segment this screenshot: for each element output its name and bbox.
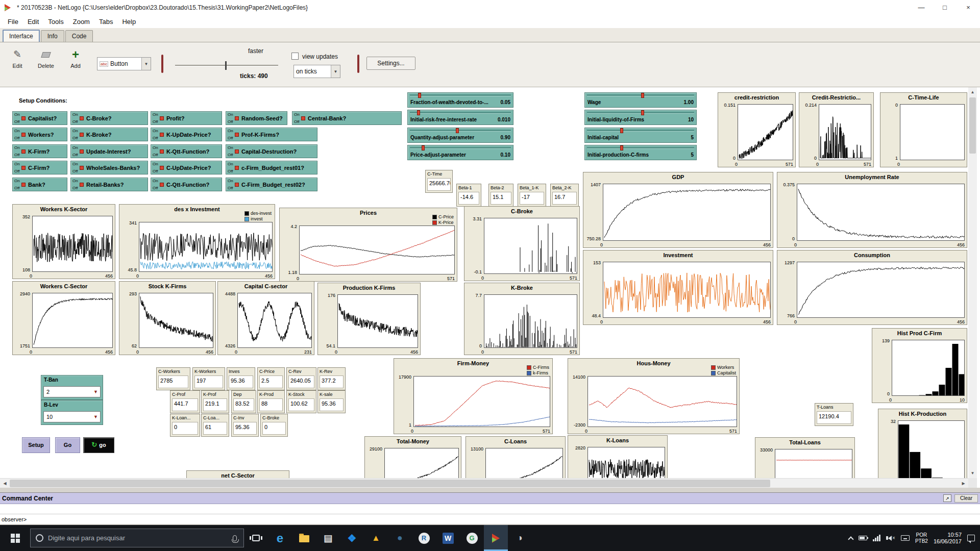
taskbar-paint-button[interactable]: ◑ xyxy=(508,525,532,551)
switch-handle[interactable] xyxy=(235,116,239,120)
switch-capital-destruction[interactable]: OnOffCapital-Destruction? xyxy=(226,144,317,158)
switch-profit[interactable]: OnOffProfit? xyxy=(151,111,222,125)
start-button[interactable] xyxy=(0,525,30,551)
switch-random-seed[interactable]: OnOffRandom-Seed? xyxy=(226,111,287,125)
switch-handle[interactable] xyxy=(21,183,26,187)
taskbar-app-blue-button[interactable]: ● xyxy=(388,525,412,551)
switch-handle[interactable] xyxy=(80,166,84,170)
slider-initial-capital[interactable]: Initial-capital5 xyxy=(584,128,697,143)
switch-k-broke[interactable]: OnOffK-Broke? xyxy=(70,128,148,141)
horizontal-scrollbar[interactable]: ◀ ▶ xyxy=(0,478,968,488)
scroll-left-icon[interactable]: ◀ xyxy=(0,479,10,488)
language-indicator[interactable]: POR PTB2 xyxy=(915,532,928,544)
slider-price-adjust-parameter[interactable]: Price-adjust-parameter0.10 xyxy=(407,145,513,160)
speed-slider[interactable] xyxy=(175,65,278,66)
scroll-up-icon[interactable]: ▲ xyxy=(968,87,977,97)
slider-track[interactable] xyxy=(410,130,511,132)
switch-handle[interactable] xyxy=(160,116,164,120)
menu-tools[interactable]: Tools xyxy=(43,18,68,26)
update-mode-dropdown[interactable]: on ticks ▼ xyxy=(293,65,340,78)
slider-initial-risk-free-interest-rate[interactable]: Initial-risk-free-interest-rate0.010 xyxy=(407,110,513,125)
switch-c-firm-budget-rest01[interactable]: OnOffc-Firm_Budget_rest01? xyxy=(226,161,317,174)
view-updates-checkbox[interactable] xyxy=(291,53,299,60)
chevron-down-icon[interactable]: ▼ xyxy=(141,58,151,70)
switch-capitalist[interactable]: OnOffCapitalist? xyxy=(12,111,67,125)
menu-zoom[interactable]: Zoom xyxy=(68,18,94,26)
menu-tabs[interactable]: Tabs xyxy=(94,18,117,26)
touch-keyboard-icon[interactable] xyxy=(901,535,910,541)
switch-handle[interactable] xyxy=(80,183,84,187)
slider-handle[interactable] xyxy=(456,128,459,133)
command-input[interactable] xyxy=(29,515,980,523)
switch-handle[interactable] xyxy=(80,149,84,154)
settings-button[interactable]: Settings... xyxy=(366,57,415,70)
switch-wholesales-banks[interactable]: OnOffWholeSales-Banks? xyxy=(70,161,148,174)
tab-info[interactable]: Info xyxy=(41,30,64,42)
switch-update-interest[interactable]: OnOffUpdate-Interest? xyxy=(70,144,148,158)
scroll-down-icon[interactable]: ▼ xyxy=(968,468,977,478)
close-button[interactable]: × xyxy=(957,0,980,15)
switch-handle[interactable] xyxy=(80,133,84,137)
switch-k-qtt-function[interactable]: OnOffK-Qtt-Function? xyxy=(151,144,222,158)
taskbar-dropbox-button[interactable]: ❖ xyxy=(340,525,364,551)
taskbar-netlogo-button[interactable] xyxy=(484,525,508,551)
clear-button[interactable]: Clear xyxy=(954,494,978,503)
slider-handle[interactable] xyxy=(422,145,425,151)
taskbar-r-app-button[interactable]: R xyxy=(412,525,436,551)
menu-edit[interactable]: Edit xyxy=(23,18,43,26)
switch-handle[interactable] xyxy=(235,183,239,187)
slider-handle[interactable] xyxy=(641,93,644,98)
switch-handle[interactable] xyxy=(160,149,164,154)
switch-handle[interactable] xyxy=(80,116,84,120)
minimize-button[interactable]: — xyxy=(910,0,933,15)
slider-handle[interactable] xyxy=(620,128,623,133)
widget-type-dropdown[interactable]: abc Button ▼ xyxy=(97,57,151,70)
go-button[interactable]: Go xyxy=(55,437,80,453)
switch-handle[interactable] xyxy=(160,183,164,187)
add-button[interactable]: + Add xyxy=(63,47,88,69)
microphone-icon[interactable] xyxy=(233,535,237,541)
switch-handle[interactable] xyxy=(21,166,26,170)
chooser-box[interactable]: 10▼ xyxy=(43,411,101,422)
volume-muted-icon[interactable]: × xyxy=(886,535,895,541)
slider-wage[interactable]: Wage1.00 xyxy=(584,92,697,108)
tab-code[interactable]: Code xyxy=(65,30,93,42)
taskbar-task-view-button[interactable] xyxy=(244,525,268,551)
taskbar-g-app-button[interactable]: G xyxy=(460,525,484,551)
tray-chevron-icon[interactable] xyxy=(848,536,853,542)
switch-handle[interactable] xyxy=(235,133,239,137)
switch-c-broke[interactable]: OnOffC-Broke? xyxy=(70,111,148,125)
speed-slider-handle[interactable] xyxy=(225,61,227,70)
switch-k-update-price[interactable]: OnOffK-UpDate-Price? xyxy=(151,128,222,141)
taskbar-word-button[interactable]: W xyxy=(436,525,460,551)
slider-handle[interactable] xyxy=(418,93,421,98)
chooser-t-ban[interactable]: T-Ban2▼ xyxy=(41,375,103,400)
menu-file[interactable]: File xyxy=(3,18,23,26)
menu-help[interactable]: Help xyxy=(117,18,140,26)
taskbar-search[interactable]: Digite aqui para pesquisar xyxy=(30,529,244,547)
maximize-button[interactable]: □ xyxy=(933,0,957,15)
go-button[interactable]: ↻go xyxy=(83,437,114,453)
slider-track[interactable] xyxy=(587,94,694,96)
switch-c-update-price[interactable]: OnOffC-UpDate-Price? xyxy=(151,161,222,174)
scroll-right-icon[interactable]: ▶ xyxy=(959,479,968,488)
slider-quantity-adjust-parameter[interactable]: Quantity-adjust-parameter0.90 xyxy=(407,128,513,143)
switch-c-qtt-function[interactable]: OnOffC-Qtt-Function? xyxy=(151,178,222,191)
delete-button[interactable]: Delete xyxy=(34,47,58,69)
switch-handle[interactable] xyxy=(21,149,26,154)
slider-track[interactable] xyxy=(587,130,694,132)
slider-handle[interactable] xyxy=(620,145,623,151)
switch-handle[interactable] xyxy=(235,149,239,154)
switch-c-firm[interactable]: OnOffC-Firm? xyxy=(12,161,67,174)
switch-handle[interactable] xyxy=(21,133,26,137)
clock[interactable]: 10:57 16/06/2017 xyxy=(934,532,962,545)
expand-icon[interactable]: ↗ xyxy=(943,494,951,502)
vertical-scrollbar-thumb[interactable] xyxy=(969,97,976,154)
setup-button[interactable]: Setup xyxy=(22,437,50,453)
switch-workers[interactable]: OnOffWorkers? xyxy=(12,128,67,141)
switch-bank[interactable]: OnOffBank? xyxy=(12,178,67,191)
switch-k-firm[interactable]: OnOffK-Firm? xyxy=(12,144,67,158)
slider-initial-liquidity-of-firms[interactable]: Initial-liquidity-of-Firms10 xyxy=(584,110,697,125)
slider-track[interactable] xyxy=(587,112,694,114)
switch-retail-banks[interactable]: OnOffRetail-Banks? xyxy=(70,178,148,191)
